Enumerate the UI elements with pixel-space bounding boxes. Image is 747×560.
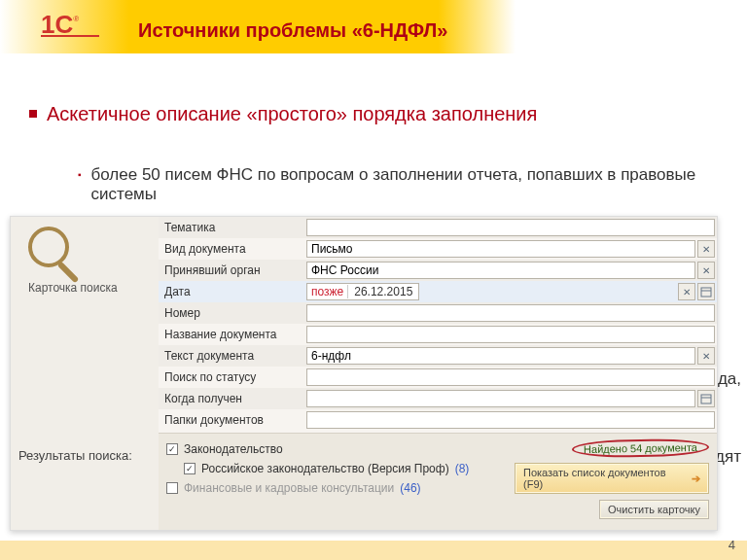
checkbox-icon[interactable]: ✓ bbox=[184, 463, 196, 474]
text-input[interactable] bbox=[306, 390, 695, 407]
field-label: Название документа bbox=[164, 328, 306, 341]
field-label: Дата bbox=[164, 285, 306, 298]
field-row: Датапозже26.12.2015✕ bbox=[159, 281, 717, 302]
text-input[interactable] bbox=[306, 411, 715, 429]
field-row: Когда получен bbox=[159, 388, 717, 409]
checkbox-icon[interactable] bbox=[166, 482, 178, 494]
clear-field-icon[interactable]: ✕ bbox=[697, 347, 715, 365]
text-input[interactable] bbox=[306, 240, 695, 258]
field-row: Принявший орган✕ bbox=[159, 260, 717, 281]
field-row: Тематика bbox=[159, 217, 717, 238]
text-input[interactable] bbox=[306, 326, 715, 343]
search-card: Карточка поиска Результаты поиска: Темат… bbox=[10, 216, 718, 531]
field-label: Поиск по статусу bbox=[164, 370, 306, 384]
field-label: Текст документа bbox=[164, 349, 306, 363]
page-number: 4 bbox=[729, 538, 735, 552]
field-label: Номер bbox=[164, 306, 306, 320]
bullet-level-2: ▪ более 50 писем ФНС по вопросам о запол… bbox=[78, 165, 710, 204]
field-label: Вид документа bbox=[164, 242, 306, 256]
results-title: Результаты поиска: bbox=[18, 448, 151, 463]
results-title-block: Результаты поиска: bbox=[11, 442, 159, 530]
show-documents-label: Показать список документов (F9) bbox=[523, 467, 686, 490]
text-input[interactable] bbox=[306, 304, 715, 322]
checkbox-count: (8) bbox=[455, 462, 470, 475]
magnifier-icon bbox=[22, 225, 81, 283]
checkbox-label: Российское законодательство (Версия Проф… bbox=[201, 462, 449, 475]
clear-field-icon[interactable]: ✕ bbox=[697, 240, 715, 258]
action-buttons: Найдено 54 документа Показать список док… bbox=[515, 439, 709, 524]
field-row: Папки документов bbox=[159, 409, 717, 431]
checkbox-count: (46) bbox=[400, 481, 420, 495]
bullet-text-2: более 50 писем ФНС по вопросам о заполне… bbox=[91, 165, 710, 204]
text-input[interactable] bbox=[306, 219, 715, 236]
show-documents-button[interactable]: Показать список документов (F9) ➔ bbox=[515, 463, 709, 494]
bullet-icon: ▪ bbox=[78, 169, 82, 204]
bullet-icon bbox=[29, 110, 37, 118]
arrow-right-icon: ➔ bbox=[692, 472, 700, 485]
slide-title: Источники проблемы «6-НДФЛ» bbox=[138, 19, 448, 42]
checkbox-icon[interactable]: ✓ bbox=[166, 443, 178, 455]
text-input[interactable] bbox=[306, 347, 695, 365]
background-text-fragment: да, bbox=[718, 369, 741, 389]
clear-field-icon[interactable]: ✕ bbox=[678, 283, 695, 300]
field-label: Папки документов bbox=[164, 413, 306, 427]
bullet-text-1: Аскетичное описание «простого» порядка з… bbox=[47, 102, 537, 125]
calendar-icon[interactable] bbox=[697, 390, 715, 407]
field-row: Номер bbox=[159, 302, 717, 324]
date-prefix: позже bbox=[307, 285, 348, 298]
svg-rect-2 bbox=[701, 395, 711, 403]
calendar-icon[interactable] bbox=[697, 283, 715, 300]
clear-field-icon[interactable]: ✕ bbox=[697, 262, 715, 279]
date-value: 26.12.2015 bbox=[348, 285, 418, 298]
clear-card-button[interactable]: Очистить карточку bbox=[599, 500, 709, 519]
bullet-level-1: Аскетичное описание «простого» порядка з… bbox=[29, 102, 691, 125]
card-title: Карточка поиска bbox=[28, 281, 151, 295]
field-row: Вид документа✕ bbox=[159, 238, 717, 260]
checkbox-label: Финансовые и кадровые консультации bbox=[184, 481, 394, 495]
field-label: Принявший орган bbox=[164, 263, 306, 277]
found-count-label: Найдено 54 документа bbox=[572, 438, 709, 458]
field-row: Поиск по статусу bbox=[159, 367, 717, 388]
checkbox-label: Законодательство bbox=[184, 442, 283, 456]
date-input[interactable]: позже26.12.2015 bbox=[306, 283, 678, 300]
footer-band bbox=[0, 541, 747, 560]
field-label: Когда получен bbox=[164, 392, 306, 405]
field-row: Текст документа✕ bbox=[159, 345, 717, 367]
clear-card-label: Очистить карточку bbox=[608, 504, 700, 515]
field-row: Название документа bbox=[159, 324, 717, 345]
field-label: Тематика bbox=[164, 221, 306, 234]
logo-1c: 1C® bbox=[41, 12, 99, 47]
text-input[interactable] bbox=[306, 368, 715, 386]
results-area: ✓Законодательство✓Российское законодател… bbox=[159, 433, 717, 530]
left-column: Карточка поиска Результаты поиска: bbox=[11, 217, 159, 530]
fields-area: ТематикаВид документа✕Принявший орган✕Да… bbox=[159, 217, 717, 433]
text-input[interactable] bbox=[306, 262, 695, 279]
svg-rect-0 bbox=[701, 288, 711, 297]
